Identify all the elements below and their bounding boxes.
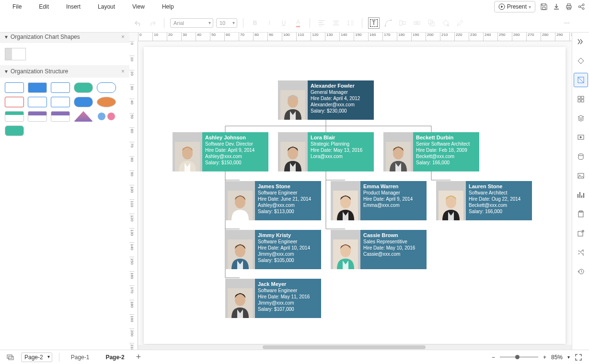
pages-icon[interactable] bbox=[7, 354, 14, 361]
avatar bbox=[331, 230, 360, 269]
shape-venn[interactable] bbox=[97, 111, 116, 122]
node-info: Ashley JohnsonSoftware Dev. DirectorHire… bbox=[202, 132, 268, 171]
menu-insert[interactable]: Insert bbox=[58, 0, 89, 13]
shape-pill-green[interactable] bbox=[74, 82, 93, 93]
shape-properties-icon[interactable] bbox=[576, 75, 586, 85]
close-icon[interactable]: × bbox=[121, 68, 125, 75]
font-select[interactable]: Arial bbox=[170, 18, 213, 28]
history-icon[interactable] bbox=[576, 266, 586, 277]
close-icon[interactable]: × bbox=[121, 34, 125, 40]
node-detail: Beckett@xxx.com bbox=[416, 153, 476, 159]
ruler-vertical: 0102030405060708090100110120130140150160… bbox=[129, 41, 138, 350]
slide-icon[interactable] bbox=[576, 132, 586, 143]
align-objects-button[interactable] bbox=[397, 17, 408, 29]
database-icon[interactable] bbox=[576, 151, 586, 162]
zoom-in-button[interactable]: + bbox=[543, 354, 546, 361]
org-node[interactable]: Jack MeyerSoftware EngineerHire Date: Ma… bbox=[225, 279, 321, 318]
shape-box4[interactable] bbox=[28, 97, 47, 107]
undo-button[interactable] bbox=[132, 17, 144, 29]
avatar bbox=[225, 181, 255, 220]
avatar bbox=[225, 230, 255, 269]
expand-panel-icon[interactable] bbox=[576, 36, 586, 47]
menu-help[interactable]: Help bbox=[153, 0, 183, 13]
zoom-value[interactable]: 85% bbox=[551, 354, 563, 361]
group-button[interactable] bbox=[426, 17, 437, 29]
shape-box-blue[interactable] bbox=[28, 82, 47, 93]
org-node[interactable]: Emma WarrenProduct ManagerHire Date: Apr… bbox=[331, 181, 427, 220]
shape-box-outline[interactable] bbox=[5, 82, 24, 93]
chevron-down-icon: ▾ bbox=[567, 354, 570, 360]
save-icon[interactable] bbox=[540, 3, 548, 11]
more-button[interactable]: ⋯ bbox=[561, 17, 573, 29]
align-vert-button[interactable] bbox=[330, 17, 342, 29]
accordion-label: Organization Structure bbox=[11, 68, 68, 75]
canvas[interactable]: 0102030405060708090100110120130140150160… bbox=[129, 33, 572, 350]
text-tool-button[interactable]: T bbox=[368, 17, 380, 29]
shape-pill-blue[interactable] bbox=[74, 97, 93, 107]
symbol-library-panel: Symbol Library ▾ Organization Chart Shap… bbox=[0, 13, 129, 350]
zoom-out-button[interactable]: − bbox=[492, 354, 495, 361]
page-select[interactable]: Page-2 bbox=[21, 353, 52, 362]
shuffle-icon[interactable] bbox=[576, 247, 586, 258]
shape-triangle[interactable] bbox=[74, 111, 93, 122]
org-node[interactable]: Lauren StoneSoftware ArchitectHire Date:… bbox=[436, 181, 532, 220]
share-icon[interactable] bbox=[577, 3, 585, 11]
fill-button[interactable] bbox=[440, 17, 451, 29]
shape-org-card[interactable] bbox=[5, 48, 26, 60]
size-select[interactable]: 10 bbox=[216, 18, 237, 28]
font-color-button[interactable]: A bbox=[292, 17, 304, 29]
org-structure-grid bbox=[0, 78, 129, 141]
org-node[interactable]: Jimmy KristySoftware EngineerHire Date: … bbox=[225, 230, 321, 269]
fullscreen-icon[interactable] bbox=[575, 353, 582, 361]
underline-button[interactable]: U bbox=[278, 17, 289, 29]
org-node[interactable]: Alexander FowlerGeneral ManagerHire Date… bbox=[278, 80, 374, 120]
clipboard-icon[interactable] bbox=[576, 209, 586, 219]
menu-layout[interactable]: Layout bbox=[89, 0, 124, 13]
node-detail: Alexander@xxx.com bbox=[311, 102, 371, 108]
line-spacing-button[interactable] bbox=[345, 17, 356, 29]
image-icon[interactable] bbox=[576, 171, 586, 181]
zoom-slider[interactable] bbox=[500, 356, 538, 358]
download-icon[interactable] bbox=[553, 3, 560, 11]
tab-page1[interactable]: Page-1 bbox=[66, 352, 94, 363]
connector-button[interactable] bbox=[382, 17, 394, 29]
chart-icon[interactable] bbox=[576, 190, 586, 200]
italic-button[interactable]: I bbox=[264, 17, 275, 29]
add-page-button[interactable]: + bbox=[136, 352, 141, 362]
shape-quad[interactable] bbox=[5, 125, 24, 136]
export-icon[interactable] bbox=[576, 228, 586, 239]
org-node[interactable]: Cassie BrownSales RepresentitiveHire Dat… bbox=[331, 230, 427, 269]
org-node[interactable]: James StoneSoftware EngineerHire Date: J… bbox=[225, 181, 321, 220]
org-node[interactable]: Ashley JohnsonSoftware Dev. DirectorHire… bbox=[173, 132, 268, 171]
shape-pill-outline[interactable] bbox=[97, 82, 116, 93]
print-icon[interactable] bbox=[565, 3, 573, 11]
redo-button[interactable] bbox=[147, 17, 158, 29]
tab-page2[interactable]: Page-2 bbox=[101, 352, 129, 363]
org-node[interactable]: Lora BlairStrategic PlanningHire Date: M… bbox=[278, 132, 374, 171]
shape-table-purple[interactable] bbox=[28, 111, 47, 122]
layers-icon[interactable] bbox=[576, 113, 586, 124]
shape-oval-orange[interactable] bbox=[97, 97, 116, 107]
avatar bbox=[225, 279, 255, 318]
menu-view[interactable]: View bbox=[124, 0, 153, 13]
bold-button[interactable]: B bbox=[249, 17, 261, 29]
paint-bucket-icon[interactable] bbox=[576, 56, 586, 66]
shape-table2[interactable] bbox=[51, 111, 70, 122]
menu-file[interactable]: File bbox=[4, 0, 30, 13]
org-node[interactable]: Beckett DurbinSenior Software ArchitectH… bbox=[383, 132, 479, 171]
node-detail: Software Architect bbox=[469, 190, 529, 196]
align-left-button[interactable] bbox=[316, 17, 327, 29]
shape-box-red[interactable] bbox=[5, 97, 24, 107]
shape-table-green[interactable] bbox=[5, 111, 24, 122]
present-button[interactable]: Present ▾ bbox=[494, 1, 535, 12]
shape-box-outline2[interactable] bbox=[51, 82, 70, 93]
grid-icon[interactable] bbox=[576, 94, 586, 104]
pen-button[interactable] bbox=[454, 17, 466, 29]
distribute-button[interactable] bbox=[411, 17, 423, 29]
accordion-org-structure[interactable]: ▾ Organization Structure × bbox=[0, 65, 129, 78]
horizontal-scrollbar[interactable] bbox=[138, 345, 572, 350]
shape-box5[interactable] bbox=[51, 97, 70, 107]
menu-edit[interactable]: Edit bbox=[30, 0, 58, 13]
drawing-page[interactable]: Alexander FowlerGeneral ManagerHire Date… bbox=[144, 47, 566, 344]
node-info: James StoneSoftware EngineerHire Date: J… bbox=[255, 181, 321, 220]
